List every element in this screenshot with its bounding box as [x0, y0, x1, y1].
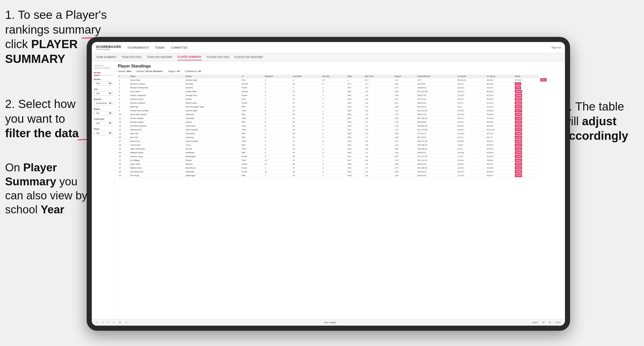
- cell-7-3: Fifth: [241, 105, 264, 109]
- nav-committee[interactable]: COMMITTEE: [171, 46, 188, 49]
- cell-22-0: 23: [118, 162, 129, 166]
- main-content: Update time: 27/03/2024 16:56:26 No Rds.…: [92, 61, 565, 319]
- col-vs-top25: Vs Top 25: [457, 75, 486, 78]
- toolbar-watch[interactable]: Watch: [531, 321, 539, 324]
- cell-1-7: 67.1: [347, 82, 364, 86]
- filter-conference-label: Conference:: [185, 70, 197, 73]
- gender-select[interactable]: Men: [94, 81, 112, 86]
- cell-25-2: Washington: [185, 174, 241, 177]
- cell-0-3: First: [241, 78, 264, 82]
- toolbar-redo[interactable]: ↪: [101, 321, 105, 324]
- cell-12-9: 1.15: [394, 124, 417, 128]
- toolbar-cut[interactable]: ✂: [112, 321, 116, 324]
- cell-7-6: 2: [321, 105, 347, 109]
- cell-5-10: 674-33-12: [416, 97, 456, 101]
- instruction-step2-bold: filter the data: [5, 127, 79, 140]
- cell-3-4: 1: [264, 90, 292, 93]
- cell-2-8: -2.0: [364, 86, 394, 90]
- cell-10-5: 21: [292, 116, 321, 120]
- filter-region-label: Region:: [168, 70, 176, 73]
- cell-16-8: -0.2: [364, 139, 394, 143]
- cell-6-4: 1: [264, 101, 292, 105]
- cell-12-6: 1: [321, 124, 347, 128]
- cell-3-6: 2: [321, 90, 347, 93]
- toolbar-undo[interactable]: ↩: [95, 321, 99, 324]
- toolbar-copy[interactable]: ⊞: [118, 321, 122, 324]
- cell-1-9: 3.10: [394, 82, 417, 86]
- cell-8-6: 1: [321, 109, 347, 113]
- cell-23-11: 10-15-1: [457, 166, 486, 170]
- cell-7-0: 8: [118, 105, 129, 109]
- cell-3-12: 65-54-6: [486, 90, 514, 93]
- no-rds-slider[interactable]: [94, 75, 112, 76]
- cell-11-0: 12: [118, 120, 129, 124]
- col-overall-record: Overall Record: [416, 75, 456, 78]
- standings-title: Player Standings: [118, 64, 562, 68]
- sign-out-link[interactable]: Sign out: [551, 46, 561, 49]
- cell-23-10: 616-168-22: [416, 166, 456, 170]
- cell-22-5: 24: [292, 162, 321, 166]
- instruction-step2-text: 2. Select how you want to: [5, 97, 75, 125]
- filter-gender-value: Men: [127, 70, 131, 73]
- cell-10-9: 1.50: [394, 116, 417, 120]
- cell-18-3: Third: [241, 147, 264, 151]
- cell-2-3: Fourth: [241, 86, 264, 90]
- cell-23-5: 27: [292, 166, 321, 170]
- cell-13-12: 51-51-10: [486, 128, 514, 132]
- sub-nav-team-h2h-grid[interactable]: TEAM H2H GRID: [122, 54, 142, 60]
- table-row: 4Luke ClatonFlorida StateSecond127268.2-…: [118, 90, 562, 93]
- sub-nav-player-h2h-heatmap[interactable]: PLAYER H2H HEATMAP: [235, 54, 263, 60]
- player-select[interactable]: (All): [94, 131, 112, 135]
- cell-20-11: 7-17-5: [457, 155, 486, 158]
- toolbar-share[interactable]: Share: [555, 321, 562, 324]
- cell-5-7: 67.3: [347, 97, 364, 101]
- cell-9-12: 44-26-8: [486, 113, 514, 116]
- slider-fill: [94, 75, 99, 76]
- cell-20-1: Taehoon Song: [129, 155, 185, 158]
- cell-11-2: Auburn: [185, 120, 241, 124]
- division-select[interactable]: NCAA Division I: [94, 101, 112, 105]
- logo-sub: Powered by clippi: [96, 48, 121, 50]
- toolbar-clock[interactable]: 🕐: [124, 321, 128, 324]
- cell-10-11: 25-22-1: [457, 116, 486, 120]
- cell-9-2: Arkansas: [185, 113, 241, 116]
- year-select[interactable]: (All): [94, 91, 112, 95]
- nav-tournaments[interactable]: TOURNAMENTS: [127, 46, 149, 49]
- cell-15-1: Alex Goff: [129, 135, 185, 139]
- cell-5-0: 6: [118, 97, 129, 101]
- cell-25-4: 7: [264, 174, 292, 177]
- cell-4-10: 533-57-16: [416, 93, 456, 97]
- table-row: 6Jackson KoivunAuburnFirst127167.3-2.02.…: [118, 97, 562, 101]
- cell-3-5: 27: [292, 90, 321, 93]
- cell-18-6: 2: [321, 147, 347, 151]
- cell-16-7: 69.0: [347, 139, 364, 143]
- nav-teams[interactable]: TEAMS: [155, 46, 165, 49]
- cell-20-0: 21: [118, 155, 129, 158]
- region-select[interactable]: N/A: [94, 111, 112, 115]
- sub-nav-player-h2h-grid[interactable]: PLAYER H2H GRID: [207, 54, 229, 60]
- cell-24-13: 39.95: [514, 170, 539, 174]
- cell-2-5: 8: [292, 86, 321, 90]
- gender-label: Gender: [94, 78, 112, 80]
- cell-11-5: 37: [292, 120, 321, 124]
- cell-16-11: 26-25-3: [457, 139, 486, 143]
- cell-8-11: 19-39-2: [457, 109, 486, 113]
- cell-15-12: 18-7-3: [486, 135, 514, 139]
- cell-25-13: 38.45: [514, 174, 539, 177]
- cell-20-3: Fourth: [241, 155, 264, 158]
- cell-15-2: Kentucky: [185, 135, 241, 139]
- sub-nav-player-summary[interactable]: PLAYER SUMMARY: [178, 54, 202, 60]
- toolbar-grid[interactable]: ⊞: [548, 321, 552, 324]
- toolbar-back[interactable]: ◁: [107, 321, 110, 324]
- logo-area: SCOREBOARD Powered by clippi: [96, 45, 121, 50]
- cell-12-8: -1.0: [364, 124, 394, 128]
- cell-5-3: First: [241, 97, 264, 101]
- sub-nav-team-h2h-heatmap[interactable]: TEAM H2H HEATMAP: [147, 54, 173, 60]
- toolbar-view[interactable]: View: Original: [324, 321, 336, 324]
- cell-19-5: 24: [292, 151, 321, 155]
- toolbar-settings[interactable]: ⚙: [542, 321, 546, 324]
- cell-9-0: 10: [118, 113, 129, 116]
- conference-select[interactable]: (All): [94, 121, 112, 125]
- cell-11-1: Brendan Valdes: [129, 120, 185, 124]
- sub-nav-team-summary[interactable]: TEAM SUMMARY: [96, 54, 117, 60]
